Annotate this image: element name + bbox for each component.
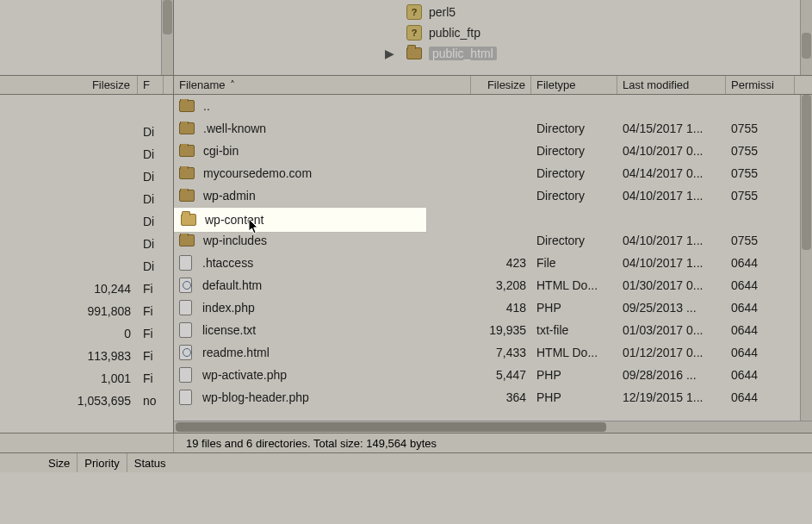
filename-cell: wp-includes: [174, 234, 471, 247]
filesize-cell: 364: [471, 390, 531, 404]
modified-cell: 04/10/2017 0...: [617, 144, 726, 158]
list-item[interactable]: 0Fi: [0, 322, 173, 345]
modified-cell: 04/10/2017 1...: [617, 234, 726, 247]
filetype-cell: Di: [138, 192, 164, 206]
col-filetype[interactable]: F: [138, 76, 164, 94]
filesize-cell: 0: [0, 327, 138, 340]
list-item[interactable]: 10,244Fi: [0, 278, 173, 300]
filetype-cell: Di: [138, 125, 164, 139]
filetype-cell: Fi: [138, 371, 164, 385]
filesize-cell: 19,935: [471, 323, 531, 337]
list-item[interactable]: license.txt19,935txt-file01/03/2017 0...…: [174, 319, 812, 341]
list-item[interactable]: Di: [0, 210, 173, 233]
col-filesize[interactable]: Filesize: [0, 76, 138, 94]
permissions-cell: 0644: [726, 390, 795, 404]
permissions-cell: 0755: [726, 166, 795, 180]
permissions-cell: 0755: [726, 189, 795, 203]
list-item[interactable]: wp-activate.php5,447PHP09/28/2016 ...064…: [174, 364, 812, 386]
expand-arrow-icon[interactable]: ▶: [372, 47, 406, 60]
col-size[interactable]: Size: [41, 453, 77, 472]
tree-item[interactable]: public_ftp: [372, 22, 812, 43]
filename-cell: default.htm: [174, 278, 471, 293]
html-file-icon: [179, 278, 192, 293]
local-file-list: Filesize F DiDiDiDiDiDiDi10,244Fi991,808…: [0, 76, 174, 433]
filename-cell: .htaccess: [174, 255, 471, 271]
scrollbar-thumb[interactable]: [163, 0, 172, 34]
list-item[interactable]: Di: [0, 188, 173, 210]
list-item[interactable]: 1,053,695no: [0, 390, 173, 412]
filename-cell: cgi-bin: [174, 144, 471, 158]
filename-cell: index.php: [174, 300, 471, 315]
unknown-folder-icon: [406, 4, 422, 20]
filetype-cell: Fi: [138, 327, 164, 340]
col-permissions[interactable]: Permissi: [726, 76, 795, 94]
folder-icon: [179, 190, 195, 202]
col-filesize[interactable]: Filesize: [471, 76, 531, 94]
modified-cell: 09/28/2016 ...: [617, 368, 726, 382]
scrollbar-thumb[interactable]: [802, 95, 811, 250]
filesize-cell: 113,983: [0, 349, 138, 363]
filesize-cell: 991,808: [0, 304, 138, 318]
filetype-cell: Di: [138, 170, 164, 184]
list-item[interactable]: Di: [0, 143, 173, 165]
list-item[interactable]: .htaccess423File04/10/2017 1...0644: [174, 252, 812, 274]
filetype-cell: PHP: [531, 301, 617, 315]
scrollbar-thumb[interactable]: [802, 33, 811, 59]
folder-icon: [179, 167, 195, 179]
list-item[interactable]: wp-blog-header.php364PHP12/19/2015 1...0…: [174, 386, 812, 409]
scrollbar-thumb[interactable]: [176, 422, 606, 432]
filetype-cell: Di: [138, 237, 164, 251]
permissions-cell: 0644: [726, 278, 795, 292]
horizontal-scrollbar[interactable]: [174, 421, 812, 433]
list-item[interactable]: 991,808Fi: [0, 300, 173, 322]
transfer-queue: [0, 472, 812, 524]
file-icon: [179, 322, 192, 338]
list-item[interactable]: mycoursedemo.comDirectory04/14/2017 0...…: [174, 162, 812, 184]
filename-cell: mycoursedemo.com: [174, 166, 471, 180]
tree-item-label: perl5: [429, 5, 456, 19]
col-status[interactable]: Status: [127, 453, 173, 472]
highlighted-row-wp-content[interactable]: wp-content: [174, 208, 426, 232]
list-item[interactable]: cgi-binDirectory04/10/2017 0...0755: [174, 140, 812, 162]
list-item[interactable]: wp-adminDirectory04/10/2017 1...0755: [174, 184, 812, 207]
modified-cell: 12/19/2015 1...: [617, 390, 726, 404]
permissions-cell: 0644: [726, 346, 795, 359]
tree-item[interactable]: ▶public_html: [372, 43, 812, 64]
filetype-cell: Fi: [138, 349, 164, 363]
filesize-cell: 423: [471, 256, 531, 270]
modified-cell: 04/10/2017 1...: [617, 256, 726, 270]
list-item[interactable]: Di: [0, 255, 173, 278]
list-item[interactable]: index.php418PHP09/25/2013 ...0644: [174, 296, 812, 319]
filename-cell: readme.html: [174, 345, 471, 360]
list-item[interactable]: .well-knownDirectory04/15/2017 1...0755: [174, 117, 812, 140]
list-item[interactable]: wp-includesDirectory04/10/2017 1...0755: [174, 229, 812, 252]
permissions-cell: 0644: [726, 256, 795, 270]
folder-icon: [181, 214, 196, 226]
col-priority[interactable]: Priority: [77, 453, 127, 472]
list-item[interactable]: default.htm3,208HTML Do...01/30/2017 0..…: [174, 274, 812, 296]
tree-item[interactable]: perl5: [372, 2, 812, 22]
filetype-cell: Directory: [531, 234, 617, 247]
file-icon: [179, 390, 192, 405]
folder-icon: [179, 100, 195, 112]
col-filetype[interactable]: Filetype: [531, 76, 617, 94]
filesize-cell: 5,447: [471, 368, 531, 382]
list-item[interactable]: readme.html7,433HTML Do...01/12/2017 0..…: [174, 341, 812, 364]
remote-file-list: Filename Filesize Filetype Last modified…: [174, 76, 812, 433]
filesize-cell: 1,053,695: [0, 394, 138, 408]
filesize-cell: 1,001: [0, 371, 138, 385]
col-filename[interactable]: Filename: [174, 76, 471, 94]
list-item[interactable]: Di: [0, 233, 173, 255]
list-item[interactable]: 113,983Fi: [0, 345, 173, 367]
list-item[interactable]: ..: [174, 95, 812, 117]
file-icon: [179, 367, 192, 383]
filesize-cell: 3,208: [471, 278, 531, 292]
filename-cell: wp-blog-header.php: [174, 390, 471, 405]
filesize-cell: 418: [471, 301, 531, 315]
col-modified[interactable]: Last modified: [617, 76, 726, 94]
filetype-cell: Di: [138, 215, 164, 228]
folder-icon: [179, 145, 195, 157]
list-item[interactable]: Di: [0, 165, 173, 188]
list-item[interactable]: Di: [0, 121, 173, 143]
list-item[interactable]: 1,001Fi: [0, 367, 173, 390]
